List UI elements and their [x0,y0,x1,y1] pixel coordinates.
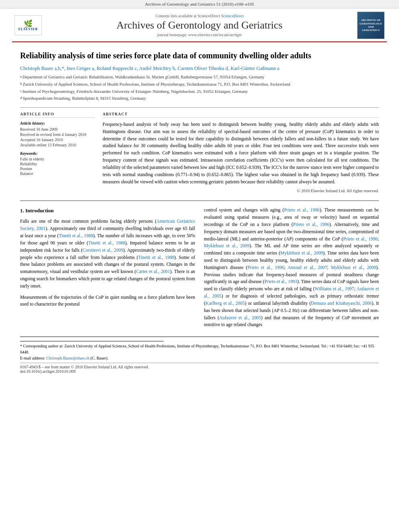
received-date: Received 10 June 2009 [20,127,95,131]
ref-prieto-1993[interactable]: Prieto et al., 1993 [264,279,297,284]
journal-header: 🌿 ELSEVIER Contents lists available at S… [12,8,387,42]
email-name: (C. Bauer). [89,356,108,360]
article-info-label: ARTICLE INFO [20,112,95,118]
ref-tinetti-1988c[interactable]: Tinetti et al., 1988 [138,255,175,260]
body-para-1: Falls are one of the most common problem… [20,218,195,290]
affil-text-a: Department of Geriatrics and Geriatric R… [23,74,264,80]
ref-ags-2001[interactable]: American Geriatrics Society, 2001 [20,219,195,231]
journal-logo-box: ARCHIVES OF GERONTOLOGY AND GERIATRICS [357,12,385,39]
journal-citation-header: Archives of Gerontology and Geriatrics 5… [0,0,399,8]
ref-tinetti-1988b[interactable]: Tinetti et al., 1988 [88,240,125,245]
abstract-text: Frequency-based analysis of body sway ha… [103,121,379,185]
body-left-col: 1. Introduction Falls are one of the mos… [20,207,195,333]
affil-super-c: c [20,88,22,94]
ref-myklebust-2009b[interactable]: Myklebust et al., 2009 [280,251,323,255]
footnote-area: * Corresponding author at: Zurich Univer… [20,337,379,374]
keyword-1: Falls in elderly [20,157,95,161]
sciencedirect-link: Contents lists available at ScienceDirec… [155,14,244,18]
article-section: Reliability analysis of time series forc… [20,50,379,102]
email-label: E-mail address: [20,356,46,360]
ref-amoud-2007[interactable]: Amoud et al., 2007 [288,265,327,270]
journal-logo-right: ARCHIVES OF GERONTOLOGY AND GERIATRICS [355,12,387,39]
page-container: Archives of Gerontology and Geriatrics 5… [0,0,399,382]
doi-line: doi:10.1016/j.archger.2010.01.009 [20,369,379,374]
accepted-date: Accepted 16 January 2010 [20,138,95,142]
ref-karlberg-2005[interactable]: Karlberg et al., 2005 [206,301,245,306]
email-link[interactable]: Christoph.Bauer@zhaw.ch [46,356,89,360]
abstract-col: ABSTRACT Frequency-based analysis of bod… [103,112,379,193]
journal-homepage: journal homepage: www.elsevier.com/locat… [157,33,242,37]
article-info-abstract: ARTICLE INFO Article history: Received 1… [20,107,379,193]
ref-prieto-1996a[interactable]: Prieto et al., 1996 [284,207,319,212]
footnote-star: * Corresponding author at: Zurich Univer… [20,344,374,354]
available-date: Available online 13 February 2010 [20,143,95,147]
affiliation-a: a Department of Geriatrics and Geriatric… [20,74,379,80]
article-info-col: ARTICLE INFO Article history: Received 1… [20,112,95,193]
issn-line: 0167-4943/$ – see front matter © 2010 El… [20,365,379,369]
ref-tinetti-1988a[interactable]: Tinetti et al., 1988 [59,233,93,238]
footnote-separator [20,341,164,341]
journal-logo-text: ARCHIVES OF GERONTOLOGY AND GERIATRICS [359,18,383,32]
affil-super-d: d [20,95,22,101]
main-body: 1. Introduction Falls are one of the mos… [20,200,379,333]
issn-separator [20,363,379,363]
body-para-2: Measurements of the trajectories of the … [20,294,195,308]
elsevier-tree-icon: 🌿 [24,20,33,27]
ref-corsinovi-2009[interactable]: Corsinovi et al., 2009 [82,248,123,253]
revised-date: Received in revised form 4 January 2010 [20,132,95,137]
email-note: E-mail address: Christoph.Bauer@zhaw.ch … [20,355,379,361]
ref-williams-1997[interactable]: Williams et al., 1997 [315,286,354,291]
affil-text-b: Zurich University of Applied Sciences, S… [23,81,290,88]
authors: Christoph Bauer a,b,*, Ines Gröger a, Ro… [20,66,379,72]
affiliations: a Department of Geriatrics and Geriatric… [20,74,379,102]
elsevier-logo: 🌿 ELSEVIER [12,12,44,39]
elsevier-logo-box: 🌿 ELSEVIER [14,15,42,35]
body-right-col: control system and changes with aging (P… [204,207,379,333]
article-history-label: Article history: [20,121,95,125]
sciencedirect-anchor[interactable]: ScienceDirect [221,14,244,18]
keyword-3: Posture [20,166,95,171]
ref-prieto-1996c[interactable]: Prieto et al., 1996 [343,236,378,241]
ref-myklebust-2009a[interactable]: Myklebust et al., 2009 [204,243,249,248]
keywords-label: Keywords: [20,151,95,156]
body-two-col: 1. Introduction Falls are one of the mos… [20,207,379,333]
ref-myklebust-2009c[interactable]: Myklebust et al., 2009 [331,265,376,270]
intro-heading: 1. Introduction [20,207,195,215]
ref-carter-2001[interactable]: Carter et al., 2001 [136,269,170,274]
affil-super-a: a [20,74,22,80]
journal-center-header: Contents lists available at ScienceDirec… [44,12,355,39]
affiliation-b: b Zurich University of Applied Sciences,… [20,81,379,88]
affil-text-c: Institute of Psychogerontology, Friedric… [23,88,248,95]
journal-title: Archives of Gerontology and Geriatrics [117,19,283,31]
keyword-2: Reliability [20,162,95,166]
affil-text-d: Sporthopaedicum Straubing, Bahnhofplatz … [23,95,146,102]
article-title: Reliability analysis of time series forc… [20,50,379,61]
copyright: © 2010 Elsevier Ireland Ltd. All rights … [103,189,379,193]
affiliation-c: c Institute of Psychogerontology, Friedr… [20,88,379,95]
affil-super-b: b [20,81,22,87]
ref-aufauvre-2005b[interactable]: Aufauvre et al., 2005 [219,315,261,320]
ref-prieto-1996d[interactable]: Prieto et al., 1996 [247,265,284,270]
elsevier-label: ELSEVIER [19,27,38,31]
corresponding-author-note: * Corresponding author at: Zurich Univer… [20,343,379,355]
abstract-label: ABSTRACT [103,112,379,118]
ref-prieto-1996b[interactable]: Prieto et al., 1996 [293,222,329,227]
citation-text: Archives of Gerontology and Geriatrics 5… [145,2,254,6]
body-para-right-1: control system and changes with aging (P… [204,207,379,329]
affiliation-d: d Sporthopaedicum Straubing, Bahnhofplat… [20,95,379,102]
keyword-4: Balance [20,171,95,176]
ref-demura-2006[interactable]: Demura and Kitabayaschi, 2006 [311,301,372,306]
